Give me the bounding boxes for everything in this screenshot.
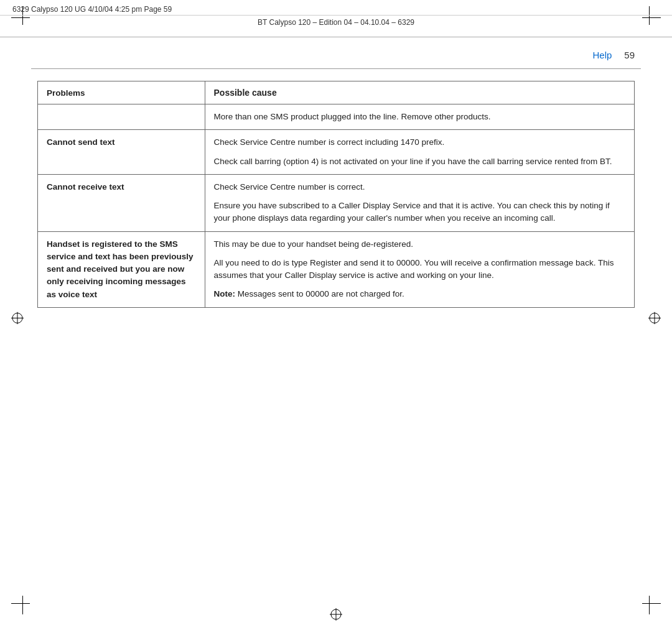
header-filename: 6329 Calypso 120 UG 4/10/04 4:25 pm Page… [12, 5, 172, 14]
crop-mark-br-v [649, 596, 650, 614]
page-title-area: Help 59 [592, 50, 635, 60]
header-subtitle: BT Calypso 120 – Edition 04 – 04.10.04 –… [0, 16, 672, 29]
table-row: Handset is registered to the SMS service… [38, 231, 635, 307]
cause-text: Ensure you have subscribed to a Caller D… [214, 200, 625, 225]
cause-cell-1: More than one SMS product plugged into t… [205, 104, 634, 130]
cause-text: Check call barring (option 4) is not act… [214, 155, 625, 168]
table-header-row: Problems Possible cause [38, 81, 635, 104]
problem-cell-3: Cannot receive text [38, 174, 205, 231]
cause-text: All you need to do is type Register and … [214, 257, 625, 282]
reg-mark-right [648, 312, 661, 326]
cause-cell-2: Check Service Centre number is correct i… [205, 130, 634, 175]
section-title: Help [592, 50, 612, 60]
crop-mark-bl-h [11, 603, 30, 604]
reg-mark-left [11, 312, 24, 326]
page-header: 6329 Calypso 120 UG 4/10/04 4:25 pm Page… [0, 0, 672, 37]
help-table: Problems Possible cause More than one SM… [37, 81, 635, 308]
cause-text: More than one SMS product plugged into t… [214, 111, 625, 123]
cause-text: Check Service Centre number is correct. [214, 181, 625, 193]
col-header-causes: Possible cause [205, 81, 634, 104]
note-label: Note: [214, 289, 236, 298]
problem-cell-2: Cannot send text [38, 130, 205, 175]
crop-mark-br-h [642, 603, 661, 604]
cause-text: This may be due to your handset being de… [214, 238, 625, 251]
table-row: Cannot receive text Check Service Centre… [38, 174, 635, 231]
main-content: Problems Possible cause More than one SM… [37, 81, 635, 563]
reg-mark-bottom [330, 608, 342, 621]
table-row: More than one SMS product plugged into t… [38, 104, 635, 130]
problem-cell-4: Handset is registered to the SMS service… [38, 231, 205, 307]
cause-text: Note: Messages sent to 00000 are not cha… [214, 288, 625, 300]
cause-cell-4: This may be due to your handset being de… [205, 231, 634, 307]
page-number: 59 [624, 50, 635, 60]
cause-text: Check Service Centre number is correct i… [214, 136, 625, 149]
col-header-problems: Problems [38, 81, 205, 104]
header-top-line: 6329 Calypso 120 UG 4/10/04 4:25 pm Page… [0, 0, 672, 16]
crop-mark-bl-v [22, 596, 23, 614]
table-row: Cannot send text Check Service Centre nu… [38, 130, 635, 175]
cause-cell-3: Check Service Centre number is correct. … [205, 174, 634, 231]
problem-cell-1 [38, 104, 205, 130]
page-divider [31, 68, 641, 69]
